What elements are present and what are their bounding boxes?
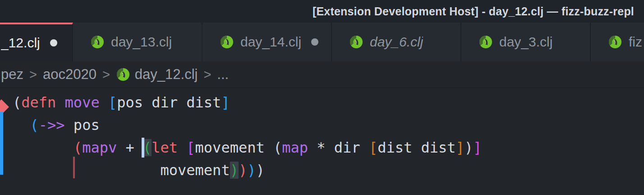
vscode-window: [Extension Development Host] - day_12.cl… bbox=[0, 0, 644, 195]
clojure-file-icon bbox=[116, 67, 130, 82]
clojure-file-icon bbox=[478, 35, 493, 49]
tab-day_6-clj[interactable]: day_6.clj bbox=[332, 23, 461, 61]
breadcrumb: pez>aoc2020> day_12.clj>... bbox=[0, 61, 644, 88]
code-token: ) bbox=[230, 162, 239, 179]
code-token: ) bbox=[239, 162, 247, 179]
code-token bbox=[13, 139, 74, 156]
code-token bbox=[178, 139, 186, 156]
code-token: map bbox=[282, 139, 308, 156]
window-title: [Extension Development Host] - day_12.cl… bbox=[313, 5, 634, 18]
text-cursor bbox=[142, 138, 144, 158]
code-token: ) bbox=[256, 162, 264, 179]
code-token: dist dist bbox=[377, 139, 455, 156]
breadcrumb-item[interactable]: aoc2020 bbox=[43, 66, 97, 83]
tab-day_14-clj[interactable]: day_14.clj bbox=[202, 23, 332, 61]
code-area[interactable]: (defn move [pos dir dist] (->> pos (mapv… bbox=[13, 91, 644, 181]
code-token: pos bbox=[65, 116, 100, 134]
blue-gutter-bar bbox=[0, 112, 3, 175]
breadcrumb-label: ... bbox=[217, 66, 229, 83]
tab-bar: _12.clj day_13.clj day_14.clj day_6.clj … bbox=[0, 23, 644, 61]
tab-label: _12.clj bbox=[1, 35, 40, 51]
breadcrumb-item[interactable]: ... bbox=[217, 66, 229, 83]
window-titlebar: [Extension Development Host] - day_12.cl… bbox=[0, 0, 644, 23]
modified-dot-icon bbox=[50, 39, 57, 46]
tab-label: day_14.clj bbox=[240, 34, 301, 50]
code-token bbox=[13, 116, 30, 134]
code-token: let bbox=[152, 139, 178, 156]
code-token: defn bbox=[21, 94, 56, 111]
code-token: ( bbox=[30, 116, 39, 134]
tab-day_3-clj[interactable]: day_3.clj bbox=[461, 23, 591, 61]
tab-label: day_3.clj bbox=[499, 34, 552, 50]
code-token: move bbox=[65, 94, 100, 111]
code-token: + bbox=[117, 139, 143, 156]
modified-dot-icon bbox=[311, 38, 318, 46]
clojure-file-icon bbox=[220, 35, 234, 49]
breadcrumb-separator: > bbox=[29, 67, 37, 82]
tab-_12-clj[interactable]: _12.clj bbox=[0, 23, 73, 61]
code-editor[interactable]: (defn move [pos dir dist] (->> pos (mapv… bbox=[0, 88, 644, 195]
code-token bbox=[13, 162, 161, 179]
code-token: * dir bbox=[308, 139, 369, 156]
code-token: ( bbox=[273, 139, 282, 156]
code-token bbox=[100, 94, 108, 111]
code-line: (->> pos bbox=[13, 114, 644, 136]
breadcrumb-label: pez bbox=[1, 66, 23, 83]
code-token: ( bbox=[74, 139, 82, 156]
breadcrumb-label: aoc2020 bbox=[43, 66, 97, 83]
tab-label: day_13.clj bbox=[111, 34, 172, 50]
tab-day_13-clj[interactable]: day_13.clj bbox=[73, 23, 202, 61]
breadcrumb-separator: > bbox=[102, 67, 110, 82]
tab-label: day_6.clj bbox=[370, 34, 423, 50]
code-token: [ bbox=[369, 139, 377, 156]
code-token: ) bbox=[247, 162, 256, 179]
code-token: mapv bbox=[82, 139, 117, 156]
breadcrumb-item[interactable]: pez bbox=[1, 66, 23, 83]
tab-fiz[interactable]: fiz bbox=[591, 23, 644, 61]
code-token: movement bbox=[161, 162, 230, 179]
code-token: ] bbox=[456, 139, 465, 156]
breadcrumb-separator: > bbox=[203, 67, 211, 82]
clojure-file-icon bbox=[349, 35, 363, 49]
code-token: [ bbox=[108, 94, 117, 111]
active-indent-guide bbox=[73, 157, 75, 178]
code-token bbox=[56, 94, 64, 111]
code-line: (mapv + (let [movement (map * dir [dist … bbox=[13, 136, 644, 159]
code-token: ( bbox=[13, 94, 21, 111]
tab-label: fiz bbox=[629, 34, 642, 50]
code-line: movement)))) bbox=[13, 159, 644, 181]
code-token: ->> bbox=[39, 116, 65, 134]
code-token: pos dir dist bbox=[117, 94, 221, 111]
code-token: ] bbox=[473, 139, 482, 156]
clojure-file-icon bbox=[90, 35, 105, 49]
code-token: ] bbox=[221, 94, 230, 111]
breadcrumb-item[interactable]: day_12.clj bbox=[116, 66, 198, 83]
clojure-file-icon bbox=[608, 35, 622, 49]
breadcrumb-label: day_12.clj bbox=[135, 66, 198, 83]
code-line: (defn move [pos dir dist] bbox=[13, 91, 644, 114]
code-token: ) bbox=[465, 139, 473, 156]
code-token: [ bbox=[186, 139, 195, 156]
code-token: movement bbox=[195, 139, 273, 156]
